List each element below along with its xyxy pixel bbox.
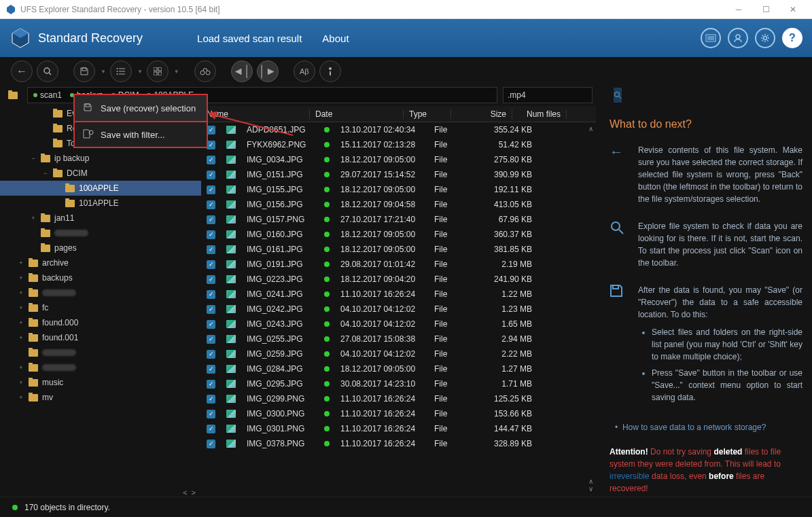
row-checkbox[interactable]: ✓ xyxy=(207,305,215,314)
table-row[interactable]: ✓IMG_0155.JPG18.12.2017 09:05:00File192.… xyxy=(201,182,596,197)
tree-item[interactable]: + xyxy=(0,360,201,375)
scan-button[interactable] xyxy=(37,60,58,82)
tree-item[interactable]: −ip backup xyxy=(0,151,201,166)
scrollbar[interactable]: ∧ ∧ ∨ xyxy=(585,106,596,497)
expander-icon[interactable]: + xyxy=(18,319,24,326)
row-checkbox[interactable]: ✓ xyxy=(207,185,215,194)
table-row[interactable]: ✓IMG_0034.JPG18.12.2017 09:05:00File275.… xyxy=(201,152,596,167)
row-checkbox[interactable]: ✓ xyxy=(207,425,215,433)
tree-item[interactable]: +found.000 xyxy=(0,315,201,330)
grid-view-button[interactable] xyxy=(147,60,169,82)
save-button[interactable] xyxy=(73,60,95,82)
scroll-down-icon[interactable]: ∨ xyxy=(588,485,593,493)
tree-item[interactable]: −DCIM xyxy=(0,166,201,181)
save-dropdown-arrow[interactable]: ▼ xyxy=(101,69,106,75)
table-row[interactable]: ✓IMG_0223.JPG18.12.2017 09:04:20File241.… xyxy=(201,272,596,287)
row-checkbox[interactable]: ✓ xyxy=(207,440,215,448)
scroll-up2-icon[interactable]: ∧ xyxy=(588,478,593,485)
row-checkbox[interactable]: ✓ xyxy=(207,320,215,329)
row-checkbox[interactable]: ✓ xyxy=(207,350,215,359)
expander-icon[interactable]: − xyxy=(42,170,49,177)
expander-icon[interactable]: + xyxy=(18,260,24,266)
table-row[interactable]: ✓IMG_0255.JPG27.08.2017 15:08:38File2.94… xyxy=(201,332,596,346)
expander-icon[interactable]: + xyxy=(18,334,24,341)
tree-item[interactable]: +jan11 xyxy=(0,211,201,226)
row-checkbox[interactable]: ✓ xyxy=(207,365,215,374)
expander-icon[interactable]: + xyxy=(18,394,24,401)
list-view-button[interactable] xyxy=(110,60,132,82)
tree-nav-left[interactable]: < xyxy=(183,488,187,497)
header-settings-button[interactable] xyxy=(755,28,775,48)
tree-item[interactable]: +music xyxy=(0,375,201,390)
tree-item[interactable]: +backups xyxy=(0,270,201,285)
table-row[interactable]: ✓IMG_0301.PNG11.10.2017 16:26:24File144.… xyxy=(201,421,596,436)
table-row[interactable]: ✓IMG_0299.PNG11.10.2017 16:26:24File125.… xyxy=(201,391,596,406)
table-row[interactable]: ✓IMG_0156.JPG18.12.2017 09:04:58File413.… xyxy=(201,197,596,212)
row-checkbox[interactable]: ✓ xyxy=(207,245,215,254)
table-row[interactable]: ✓IMG_0160.JPG18.12.2017 09:05:00File360.… xyxy=(201,227,596,242)
table-row[interactable]: ✓IMG_0242.JPG04.10.2017 04:12:02File1.23… xyxy=(201,302,596,317)
tree-item[interactable]: +found.001 xyxy=(0,330,201,345)
step-back-button[interactable]: ◄│ xyxy=(231,60,253,82)
tree-item[interactable]: +archive xyxy=(0,255,201,270)
table-row[interactable]: ✓IMG_0241.JPG11.10.2017 16:26:24File1.22… xyxy=(201,287,596,302)
tree-item[interactable]: pages xyxy=(0,240,201,255)
back-button[interactable]: ← xyxy=(11,60,33,82)
help-link[interactable]: How to save data to a network storage? xyxy=(622,423,766,432)
header-user-button[interactable] xyxy=(728,28,748,48)
menu-save-selection[interactable]: Save (recover) selection xyxy=(75,95,207,121)
expander-icon[interactable]: + xyxy=(18,274,24,281)
list-dropdown-arrow[interactable]: ▼ xyxy=(137,69,143,75)
menu-load-scan[interactable]: Load saved scan result xyxy=(197,33,302,44)
tree-item[interactable] xyxy=(0,226,201,240)
binoculars-button[interactable] xyxy=(194,60,216,82)
header-log-button[interactable] xyxy=(701,28,721,48)
menu-about[interactable]: About xyxy=(322,33,349,44)
search-button[interactable] xyxy=(614,88,622,103)
row-checkbox[interactable]: ✓ xyxy=(207,215,215,224)
table-row[interactable]: ✓ADPD8651.JPG13.10.2017 02:40:34File355.… xyxy=(201,122,596,137)
table-row[interactable]: ✓IMG_0300.PNG11.10.2017 16:26:24File153.… xyxy=(201,406,596,421)
expander-icon[interactable]: − xyxy=(30,155,37,162)
table-row[interactable]: ✓IMG_0284.JPG18.12.2017 09:05:00File1.27… xyxy=(201,361,596,376)
tree-item[interactable]: 101APPLE xyxy=(0,196,201,211)
table-row[interactable]: ✓IMG_0157.PNG27.10.2017 17:21:40File67.9… xyxy=(201,212,596,227)
scroll-up-icon[interactable]: ∧ xyxy=(588,125,593,132)
row-checkbox[interactable]: ✓ xyxy=(207,156,215,164)
row-checkbox[interactable]: ✓ xyxy=(207,230,215,239)
tree-item[interactable]: 100APPLE xyxy=(0,181,201,196)
tree-item[interactable]: +fc xyxy=(0,300,201,315)
tree-item[interactable]: + xyxy=(0,285,201,300)
expander-icon[interactable]: + xyxy=(30,215,37,221)
close-button[interactable]: ✕ xyxy=(779,1,807,18)
row-checkbox[interactable]: ✓ xyxy=(207,290,215,299)
search-input[interactable] xyxy=(504,90,614,100)
row-checkbox[interactable]: ✓ xyxy=(207,260,215,269)
col-date[interactable]: Date xyxy=(310,109,404,119)
maximize-button[interactable]: ☐ xyxy=(752,1,779,18)
info-button[interactable] xyxy=(319,60,341,82)
encoding-button[interactable]: Aβ xyxy=(294,60,315,82)
row-checkbox[interactable]: ✓ xyxy=(207,335,215,344)
row-checkbox[interactable]: ✓ xyxy=(207,200,215,209)
expander-icon[interactable]: + xyxy=(18,304,24,311)
expander-icon[interactable]: + xyxy=(18,364,24,371)
step-forward-button[interactable]: │► xyxy=(257,60,279,82)
row-checkbox[interactable]: ✓ xyxy=(207,395,215,404)
grid-dropdown-arrow[interactable]: ▼ xyxy=(174,69,179,75)
expander-icon[interactable]: + xyxy=(18,379,24,386)
expander-icon[interactable]: + xyxy=(18,289,24,296)
table-row[interactable]: ✓IMG_0191.JPG29.08.2017 01:01:42File2.19… xyxy=(201,257,596,272)
table-row[interactable]: ✓IMG_0295.JPG30.08.2017 14:23:10File1.71… xyxy=(201,376,596,391)
col-name[interactable]: Name xyxy=(201,109,310,119)
table-row[interactable]: ✓IMG_0378.PNG11.10.2017 16:26:24File328.… xyxy=(201,436,596,451)
menu-save-filter[interactable]: Save with filter... xyxy=(75,121,207,147)
table-row[interactable]: ✓IMG_0243.JPG04.10.2017 04:12:02File1.65… xyxy=(201,317,596,332)
table-row[interactable]: ✓IMG_0161.JPG18.12.2017 09:05:00File381.… xyxy=(201,242,596,257)
minimize-button[interactable]: ─ xyxy=(725,1,752,18)
row-checkbox[interactable]: ✓ xyxy=(207,171,215,179)
col-size[interactable]: Size xyxy=(451,109,512,119)
tree-item[interactable]: +mv xyxy=(0,390,201,405)
col-type[interactable]: Type xyxy=(404,109,451,119)
table-row[interactable]: ✓FYKX6962.PNG15.11.2017 02:13:28File51.4… xyxy=(201,137,596,152)
